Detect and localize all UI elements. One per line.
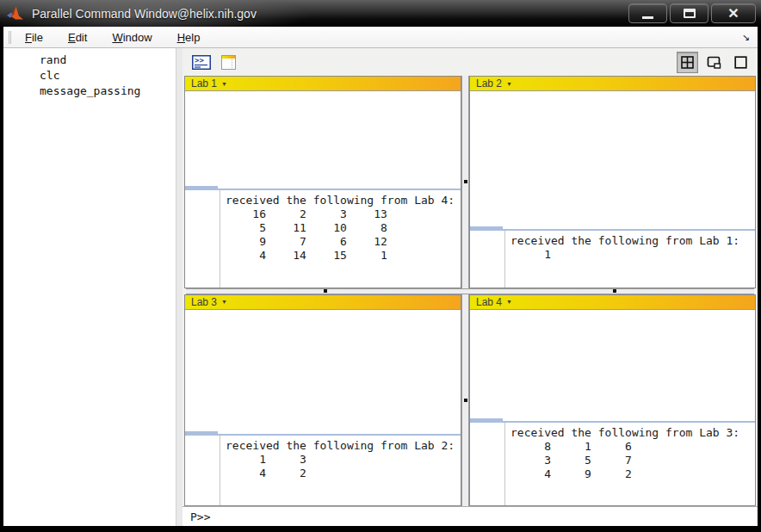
output-divider <box>185 189 461 190</box>
lab-grid-row-top: Lab 1 ▼ received the following from Lab … <box>184 76 756 288</box>
lab3-header-menu[interactable]: Lab 3 ▼ <box>185 295 461 310</box>
lab-title: Lab 3 <box>191 296 217 308</box>
main-area: >> <box>183 48 758 526</box>
menubar: File Edit Window Help ↘ <box>3 27 758 48</box>
lab1-panel: Lab 1 ▼ received the following from Lab … <box>184 76 461 288</box>
lab-window-button[interactable] <box>217 51 239 73</box>
lab-title: Lab 1 <box>191 77 217 90</box>
lab1-body: received the following from Lab 4: 16 2 … <box>185 91 461 288</box>
maximize-icon <box>684 9 696 18</box>
lab-grid-row-bottom: Lab 3 ▼ received the following from Lab … <box>184 294 756 507</box>
maximize-button[interactable] <box>670 3 708 23</box>
command-window-icon: >> <box>192 55 211 70</box>
history-item[interactable]: message_passing <box>3 84 176 99</box>
history-sidebar: rand clc message_passing <box>3 48 176 526</box>
tiled-layout-icon <box>681 56 694 69</box>
menu-window[interactable]: Window <box>103 28 160 46</box>
lab1-header-menu[interactable]: Lab 1 ▼ <box>185 77 461 91</box>
vertical-splitter-top[interactable] <box>461 76 469 288</box>
output-divider <box>470 421 755 423</box>
horizontal-splitter[interactable] <box>186 288 754 294</box>
command-prompt-bar[interactable]: P>> <box>183 506 758 526</box>
output-divider <box>470 229 755 231</box>
window-controls: ✕ <box>628 3 756 23</box>
lab4-header-menu[interactable]: Lab 4 ▼ <box>470 295 755 310</box>
lab-window-icon <box>221 55 236 70</box>
history-item[interactable]: rand <box>3 53 176 68</box>
lab-title: Lab 4 <box>476 296 502 308</box>
floating-layout-button[interactable] <box>703 52 725 73</box>
dropdown-arrow-icon: ▼ <box>506 299 512 305</box>
floating-layout-icon <box>707 56 721 69</box>
titlebar: Parallel Command Window@helix.nih.gov ✕ <box>0 0 761 27</box>
history-item[interactable]: clc <box>3 68 176 84</box>
lab4-output-area: received the following from Lab 3: 8 1 6… <box>504 423 755 506</box>
lab2-output-area: received the following from Lab 1: 1 <box>504 231 755 288</box>
command-window-button[interactable]: >> <box>190 51 213 73</box>
lab3-output-area: received the following from Lab 2: 1 3 4… <box>220 436 461 506</box>
dropdown-arrow-icon: ▼ <box>221 299 227 305</box>
svg-text:>>: >> <box>195 56 204 65</box>
menubar-undock-icon[interactable]: ↘ <box>742 32 750 43</box>
app-window: Parallel Command Window@helix.nih.gov ✕ … <box>0 0 761 532</box>
minimize-icon <box>642 16 653 19</box>
toolbar: >> <box>183 48 758 76</box>
lab-output: received the following from Lab 2: 1 3 4… <box>220 436 461 480</box>
lab4-panel: Lab 4 ▼ received the following from Lab … <box>469 294 756 507</box>
single-layout-icon <box>734 56 747 69</box>
lab2-body: received the following from Lab 1: 1 <box>470 91 755 288</box>
sidebar-splitter[interactable] <box>176 48 183 526</box>
output-divider <box>185 434 461 436</box>
menubar-grip <box>9 31 11 44</box>
lab-output: received the following from Lab 1: 1 <box>505 231 755 262</box>
lab3-panel: Lab 3 ▼ received the following from Lab … <box>184 294 461 507</box>
dropdown-arrow-icon: ▼ <box>506 81 512 87</box>
lab4-body: received the following from Lab 3: 8 1 6… <box>470 310 755 506</box>
lab-grid: Lab 1 ▼ received the following from Lab … <box>183 76 758 506</box>
menu-file[interactable]: File <box>16 28 52 46</box>
menu-help[interactable]: Help <box>169 28 209 46</box>
lab3-body: received the following from Lab 2: 1 3 4… <box>185 310 461 506</box>
matlab-logo-icon <box>7 6 24 21</box>
single-layout-button[interactable] <box>730 52 752 73</box>
lab-title: Lab 2 <box>476 77 502 90</box>
lab-output: received the following from Lab 3: 8 1 6… <box>505 423 755 481</box>
lab2-header-menu[interactable]: Lab 2 ▼ <box>470 77 755 91</box>
lab-output: received the following from Lab 4: 16 2 … <box>220 190 461 263</box>
close-button[interactable]: ✕ <box>711 3 756 23</box>
window-body: rand clc message_passing >> <box>3 48 758 526</box>
layout-buttons <box>677 52 752 73</box>
lab1-output-area: received the following from Lab 4: 16 2 … <box>220 190 461 288</box>
tiled-layout-button[interactable] <box>677 52 698 73</box>
dropdown-arrow-icon: ▼ <box>221 81 227 87</box>
close-icon: ✕ <box>727 5 739 22</box>
prompt-label: P>> <box>190 510 210 523</box>
vertical-splitter-bottom[interactable] <box>461 294 469 507</box>
lab2-panel: Lab 2 ▼ received the following from Lab … <box>469 76 756 288</box>
menu-edit[interactable]: Edit <box>59 28 96 46</box>
window-title: Parallel Command Window@helix.nih.gov <box>32 7 257 21</box>
minimize-button[interactable] <box>628 3 667 23</box>
